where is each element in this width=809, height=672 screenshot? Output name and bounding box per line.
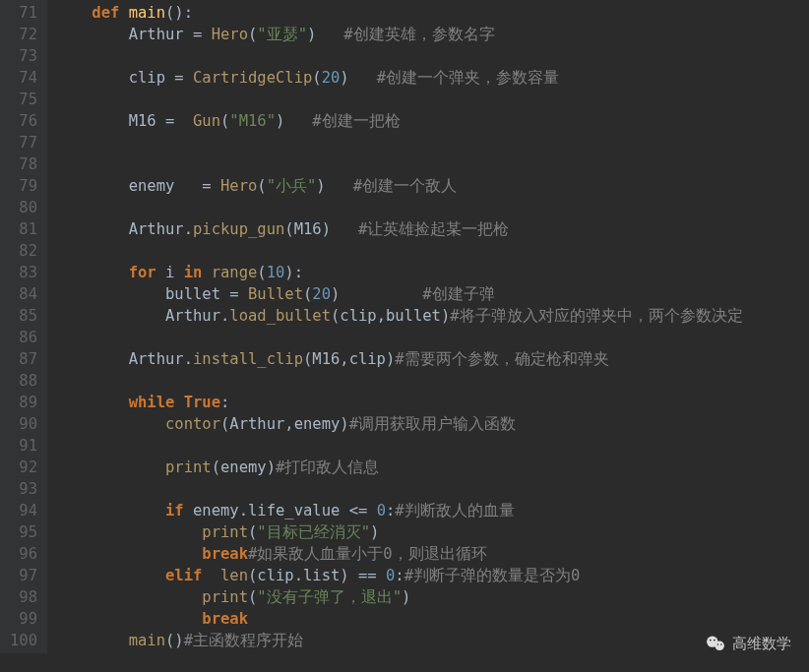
line-number: 100 <box>8 630 37 651</box>
line-number: 81 <box>8 218 37 240</box>
code-line[interactable]: print("没有子弹了，退出") <box>55 586 809 608</box>
line-number: 97 <box>8 565 37 586</box>
code-line[interactable]: break <box>55 608 809 630</box>
line-number: 77 <box>8 132 37 153</box>
svg-point-4 <box>717 643 719 645</box>
code-line[interactable] <box>55 132 809 153</box>
code-line[interactable]: contor(Arthur,enemy)#调用获取用户输入函数 <box>55 413 809 435</box>
code-line[interactable]: for i in range(10): <box>55 262 809 283</box>
line-number: 99 <box>8 608 37 630</box>
code-line[interactable]: while True: <box>55 392 809 413</box>
line-number: 88 <box>8 370 37 392</box>
code-area[interactable]: def main(): Arthur = Hero("亚瑟") #创建英雄，参数… <box>47 0 809 653</box>
code-line[interactable] <box>55 435 809 457</box>
line-number: 96 <box>8 543 37 565</box>
line-number: 90 <box>8 413 37 435</box>
svg-point-5 <box>720 643 722 645</box>
code-line[interactable]: print("目标已经消灭") <box>55 521 809 543</box>
line-number: 74 <box>8 67 37 89</box>
line-number: 80 <box>8 197 37 218</box>
code-line[interactable] <box>55 478 809 500</box>
code-line[interactable]: print(enemy)#打印敌人信息 <box>55 457 809 478</box>
code-line[interactable]: enemy = Hero("小兵") #创建一个敌人 <box>55 175 809 197</box>
code-line[interactable]: clip = CartridgeClip(20) #创建一个弹夹，参数容量 <box>55 67 809 89</box>
code-line[interactable] <box>55 240 809 262</box>
line-number: 78 <box>8 153 37 175</box>
code-line[interactable]: M16 = Gun("M16") #创建一把枪 <box>55 110 809 132</box>
code-line[interactable]: elif len(clip.list) == 0:#判断子弹的数量是否为0 <box>55 565 809 586</box>
code-line[interactable]: Arthur.load_bullet(clip,bullet)#将子弹放入对应的… <box>55 305 809 327</box>
code-editor[interactable]: 7172737475767778798081828384858687888990… <box>0 0 809 653</box>
line-number: 94 <box>8 500 37 521</box>
line-number: 79 <box>8 175 37 197</box>
watermark-text: 高维数学 <box>732 633 791 654</box>
code-line[interactable] <box>55 89 809 110</box>
line-number: 91 <box>8 435 37 457</box>
line-number: 73 <box>8 45 37 67</box>
code-line[interactable] <box>55 197 809 218</box>
code-line[interactable]: Arthur.install_clip(M16,clip)#需要两个参数，确定枪… <box>55 348 809 370</box>
code-line[interactable] <box>55 370 809 392</box>
line-number: 84 <box>8 283 37 305</box>
line-number: 75 <box>8 89 37 110</box>
code-line[interactable]: break#如果敌人血量小于0，则退出循环 <box>55 543 809 565</box>
line-number: 71 <box>8 2 37 24</box>
line-number: 95 <box>8 521 37 543</box>
code-line[interactable] <box>55 153 809 175</box>
line-number: 85 <box>8 305 37 327</box>
line-number: 89 <box>8 392 37 413</box>
line-number: 86 <box>8 327 37 348</box>
code-line[interactable]: main()#主函数程序开始 <box>55 630 809 651</box>
svg-point-2 <box>710 640 712 641</box>
code-line[interactable] <box>55 45 809 67</box>
line-number: 72 <box>8 24 37 45</box>
watermark: 高维数学 <box>705 633 791 654</box>
line-number: 87 <box>8 348 37 370</box>
code-line[interactable]: if enemy.life_value <= 0:#判断敌人的血量 <box>55 500 809 521</box>
code-line[interactable]: def main(): <box>55 2 809 24</box>
svg-point-1 <box>715 641 724 651</box>
line-number: 93 <box>8 478 37 500</box>
line-number: 98 <box>8 586 37 608</box>
code-line[interactable]: Arthur = Hero("亚瑟") #创建英雄，参数名字 <box>55 24 809 45</box>
line-number: 83 <box>8 262 37 283</box>
wechat-icon <box>705 633 726 654</box>
code-line[interactable]: Arthur.pickup_gun(M16) #让英雄捡起某一把枪 <box>55 218 809 240</box>
svg-point-3 <box>714 640 716 641</box>
line-number: 92 <box>8 457 37 478</box>
line-number: 82 <box>8 240 37 262</box>
code-line[interactable] <box>55 327 809 348</box>
code-line[interactable]: bullet = Bullet(20) #创建子弹 <box>55 283 809 305</box>
line-number-gutter: 7172737475767778798081828384858687888990… <box>0 0 47 653</box>
line-number: 76 <box>8 110 37 132</box>
